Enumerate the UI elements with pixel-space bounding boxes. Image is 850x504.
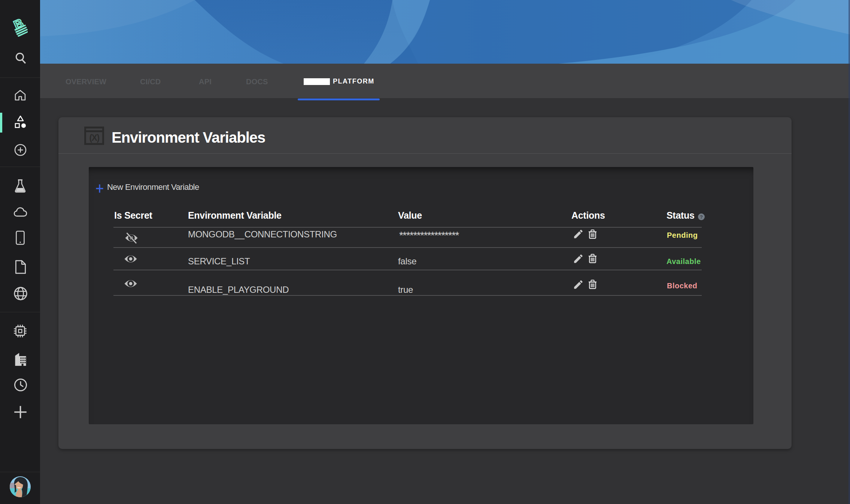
svg-text:(X): (X) — [89, 133, 99, 143]
svg-text:B: B — [12, 18, 25, 32]
